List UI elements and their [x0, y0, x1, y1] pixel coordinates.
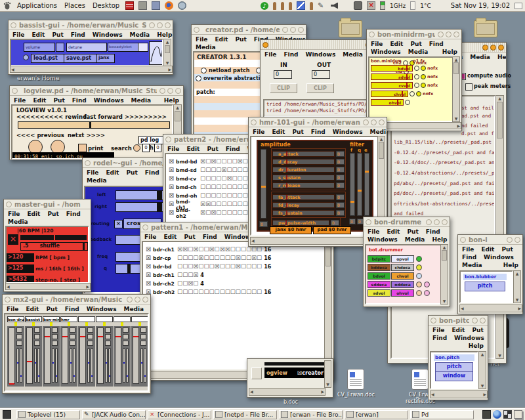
window-menu-button[interactable]: [142, 224, 148, 230]
e-vslider[interactable]: [364, 153, 369, 216]
menu-find[interactable]: Find: [145, 169, 159, 176]
menu-media[interactable]: Media: [343, 51, 363, 58]
close-button[interactable]: [442, 219, 448, 225]
window-menu-button[interactable]: [251, 119, 257, 125]
strip-cell[interactable]: [16, 334, 22, 339]
menu-edit[interactable]: Edit: [390, 41, 403, 47]
row-enable-checkbox[interactable]: ☒: [146, 255, 151, 261]
maximize-button[interactable]: [290, 27, 296, 33]
row-enable-checkbox[interactable]: ☒: [146, 272, 151, 278]
rewind-label[interactable]: <<<<<<<<<< rewind: [16, 114, 87, 120]
clock[interactable]: Sat Nov 19, 19:02: [451, 2, 510, 9]
value-box[interactable]: 0: [336, 182, 345, 188]
radio-button[interactable]: [416, 91, 421, 96]
menu-media[interactable]: Media: [196, 44, 216, 51]
sdvol-slider[interactable]: sdvol: [371, 74, 413, 80]
square-button[interactable]: [251, 368, 262, 379]
minimize-button[interactable]: [363, 119, 369, 125]
close-button[interactable]: [498, 45, 504, 51]
menu-find[interactable]: Find: [311, 129, 326, 135]
close-button[interactable]: [142, 297, 148, 303]
step-cells[interactable]: ☒☒☐☒☐☐☒☐☒☒☐☐☐☐☐☐: [177, 247, 262, 253]
strip-cell[interactable]: [70, 341, 75, 346]
menu-windows[interactable]: Windows: [368, 236, 398, 243]
menu-windows[interactable]: Windows: [333, 129, 363, 135]
out-meter-value[interactable]: 0: [312, 70, 330, 79]
titlebar[interactable]: master-gui - /hom: [4, 200, 91, 209]
menu-media[interactable]: Media: [8, 219, 28, 225]
document-icon-label[interactable]: b.doc: [284, 399, 298, 405]
value-box[interactable]: 0: [349, 219, 356, 224]
menu-file[interactable]: File: [432, 327, 444, 333]
send-fader[interactable]: [52, 348, 54, 383]
value-box[interactable]: 0: [259, 221, 268, 227]
menu-media[interactable]: Media: [87, 177, 107, 184]
value-box[interactable]: 0: [336, 194, 345, 200]
menu-find[interactable]: Find: [462, 254, 476, 261]
close-button[interactable]: [165, 22, 171, 28]
pitch-slider[interactable]: pitch: [435, 362, 473, 372]
menu-media[interactable]: Media: [130, 32, 150, 38]
radio-button[interactable]: [416, 290, 422, 296]
menu-put[interactable]: Put: [184, 234, 195, 240]
menu-edit[interactable]: Edit: [33, 97, 46, 104]
vertical-scrollbar[interactable]: ▲▼: [163, 39, 171, 66]
amplitude-vslider[interactable]: [261, 149, 266, 219]
strip-cell[interactable]: [87, 327, 93, 333]
taskbar-launcher-icon[interactable]: [3, 410, 11, 419]
radio-button[interactable]: [416, 273, 422, 279]
ohvol-slider[interactable]: ohvol: [371, 99, 404, 106]
close-button[interactable]: [514, 237, 520, 243]
menu-put[interactable]: Put: [53, 97, 64, 104]
strip-cell[interactable]: [87, 341, 93, 346]
taskbar-item[interactable]: [erwan - File Bro...: [279, 410, 343, 419]
strip-cell[interactable]: [52, 327, 58, 333]
channel-fader[interactable]: [79, 327, 86, 384]
row-enable-checkbox[interactable]: ☒: [169, 167, 174, 173]
home-icon-label[interactable]: erwan's Home: [17, 75, 59, 81]
close-button[interactable]: [175, 88, 181, 94]
menu-find[interactable]: Find: [65, 306, 79, 312]
menu-find[interactable]: Find: [429, 41, 444, 47]
value-box[interactable]: 0: [336, 175, 345, 180]
channel-fader[interactable]: [9, 327, 15, 384]
menu-media[interactable]: Media: [462, 262, 482, 268]
strip-cell[interactable]: [34, 327, 40, 333]
radio-button[interactable]: [414, 74, 419, 79]
logview-toggle[interactable]: ogview: [266, 370, 287, 376]
radio-button[interactable]: [416, 282, 422, 287]
window-menu-button[interactable]: [85, 160, 91, 166]
d_decay-slider[interactable]: d_decay: [272, 159, 335, 165]
bang-button[interactable]: [23, 54, 29, 60]
opvol-cell[interactable]: opvol: [391, 255, 414, 262]
menu-file[interactable]: File: [87, 169, 98, 176]
close-button[interactable]: [379, 119, 385, 125]
menu-edit[interactable]: Edit: [163, 234, 177, 240]
menu-put[interactable]: Put: [47, 211, 58, 217]
menu-put[interactable]: Put: [407, 228, 418, 235]
load-pst-button[interactable]: load.pst: [31, 54, 64, 63]
janx-button[interactable]: janx: [96, 54, 115, 63]
radio-button[interactable]: [414, 66, 419, 71]
menu-file[interactable]: File: [253, 129, 264, 135]
value-box[interactable]: [56, 43, 64, 52]
radio-button[interactable]: [421, 66, 426, 71]
titlebar[interactable]: bon-l: [458, 235, 522, 245]
folder-icon[interactable]: [474, 20, 497, 37]
minimize-button[interactable]: [282, 27, 288, 33]
menu-put[interactable]: Put: [235, 36, 246, 43]
fa_attack-slider[interactable]: fa_attack: [272, 194, 335, 200]
window-menu-button[interactable]: [5, 297, 10, 303]
value-box[interactable]: [138, 43, 148, 52]
chdeca-cell[interactable]: chdeca: [391, 264, 414, 271]
bossa-slider[interactable]: bossastylebet: [108, 43, 138, 52]
vertical-scrollbar[interactable]: ▲▼: [478, 351, 486, 389]
key-icon[interactable]: [289, 2, 292, 10]
strip-cell[interactable]: [16, 341, 22, 346]
radio-button[interactable]: [410, 91, 415, 96]
horizontal-scrollbar[interactable]: ◀▶: [459, 304, 522, 312]
s_sustain-slider[interactable]: s_sustain: [272, 175, 335, 180]
send-fader[interactable]: [126, 348, 129, 383]
camera-icon[interactable]: [354, 1, 362, 10]
janx-preset-button[interactable]: janx $0 hmr: [270, 226, 312, 234]
